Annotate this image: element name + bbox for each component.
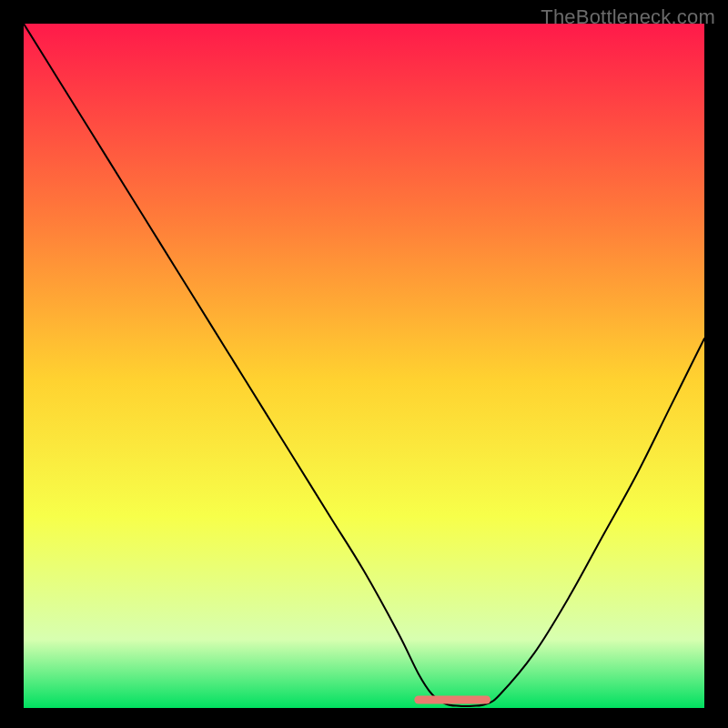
plot-svg	[24, 24, 704, 708]
watermark-text: TheBottleneck.com	[541, 5, 715, 29]
bottleneck-curve	[24, 24, 704, 706]
chart-frame: TheBottleneck.com	[0, 0, 728, 728]
plot-area	[24, 24, 704, 708]
